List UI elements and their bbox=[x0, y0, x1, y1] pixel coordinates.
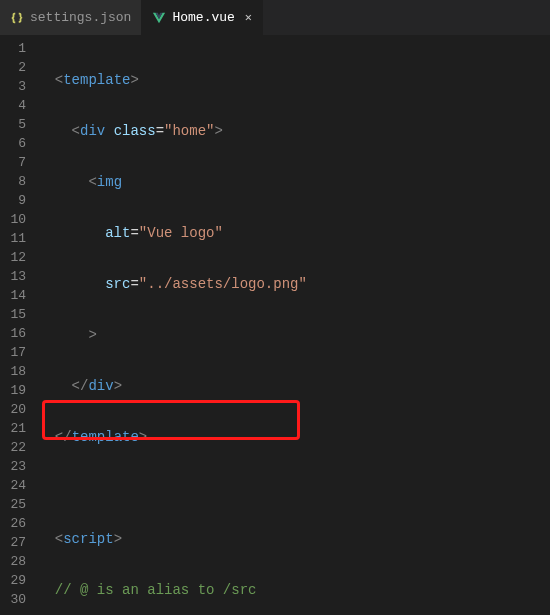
line-number: 11 bbox=[0, 229, 26, 248]
line-number: 8 bbox=[0, 172, 26, 191]
line-number: 28 bbox=[0, 552, 26, 571]
line-number: 5 bbox=[0, 115, 26, 134]
line-number: 20 bbox=[0, 400, 26, 419]
line-number: 15 bbox=[0, 305, 26, 324]
line-number-gutter: 1234567891011121314151617181920212223242… bbox=[0, 35, 38, 615]
tab-label: settings.json bbox=[30, 10, 131, 25]
line-number: 6 bbox=[0, 134, 26, 153]
vue-icon bbox=[152, 11, 166, 25]
line-number: 19 bbox=[0, 381, 26, 400]
line-number: 27 bbox=[0, 533, 26, 552]
line-number: 16 bbox=[0, 324, 26, 343]
tab-bar: settings.json Home.vue ✕ bbox=[0, 0, 550, 35]
line-number: 10 bbox=[0, 210, 26, 229]
line-number: 30 bbox=[0, 590, 26, 609]
line-number: 7 bbox=[0, 153, 26, 172]
line-number: 24 bbox=[0, 476, 26, 495]
braces-icon bbox=[10, 11, 24, 25]
line-number: 14 bbox=[0, 286, 26, 305]
line-number: 25 bbox=[0, 495, 26, 514]
line-number: 2 bbox=[0, 58, 26, 77]
line-number: 12 bbox=[0, 248, 26, 267]
line-number: 13 bbox=[0, 267, 26, 286]
line-number: 1 bbox=[0, 39, 26, 58]
tab-settings-json[interactable]: settings.json bbox=[0, 0, 142, 35]
code-content[interactable]: <template> <div class="home"> <img alt="… bbox=[38, 35, 550, 615]
line-number: 26 bbox=[0, 514, 26, 533]
line-number: 22 bbox=[0, 438, 26, 457]
line-number: 4 bbox=[0, 96, 26, 115]
tab-home-vue[interactable]: Home.vue ✕ bbox=[142, 0, 263, 35]
line-number: 3 bbox=[0, 77, 26, 96]
line-number: 17 bbox=[0, 343, 26, 362]
code-editor[interactable]: 1234567891011121314151617181920212223242… bbox=[0, 35, 550, 615]
line-number: 29 bbox=[0, 571, 26, 590]
line-number: 23 bbox=[0, 457, 26, 476]
line-number: 21 bbox=[0, 419, 26, 438]
tab-label: Home.vue bbox=[172, 10, 234, 25]
line-number: 18 bbox=[0, 362, 26, 381]
line-number: 9 bbox=[0, 191, 26, 210]
close-icon[interactable]: ✕ bbox=[245, 10, 252, 25]
